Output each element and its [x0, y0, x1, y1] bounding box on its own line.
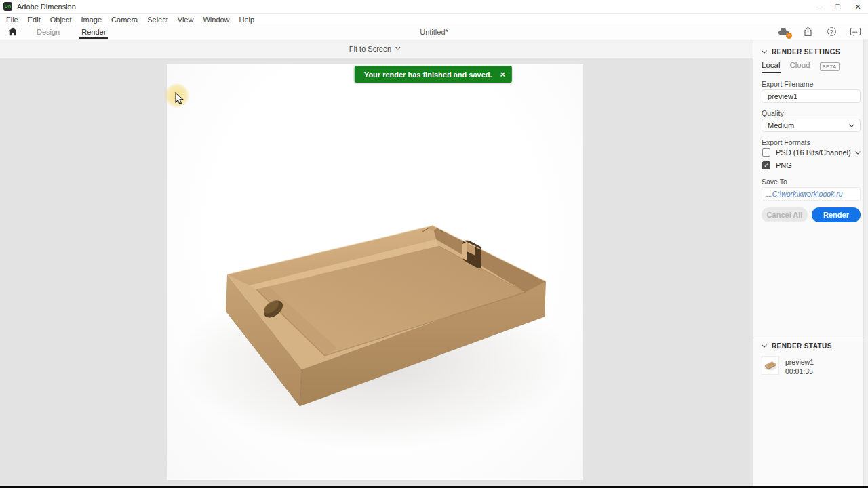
collapse-chevron-icon [762, 50, 767, 54]
tab-render[interactable]: Render [71, 24, 117, 39]
help-icon: ? [827, 27, 836, 36]
render-artboard: Your render has finished and saved. × [167, 64, 583, 480]
home-icon [8, 27, 18, 36]
render-button[interactable]: Render [812, 207, 861, 222]
toast-message: Your render has finished and saved. [364, 70, 492, 79]
header-icons: ! ? ••• [778, 26, 868, 37]
panel-divider [753, 338, 864, 338]
save-to-path[interactable]: ...C:\work\kwork\oook.ru [762, 187, 861, 201]
cardboard-tray-render [167, 64, 583, 480]
render-destination-tabs: Local Cloud BETA [762, 60, 840, 73]
render-item-name: preview1 [785, 358, 814, 366]
render-settings-header[interactable]: RENDER SETTINGS [762, 48, 840, 56]
tab-cloud[interactable]: Cloud [790, 61, 810, 72]
tray-thumbnail-icon [763, 359, 778, 371]
title-bar: Dn Adobe Dimension – ▢ × [0, 0, 868, 14]
export-filename-input[interactable]: preview1 [762, 89, 861, 103]
menu-camera[interactable]: Camera [106, 16, 142, 24]
render-settings-panel: RENDER SETTINGS Local Cloud BETA Export … [753, 39, 868, 486]
format-psd-row[interactable]: PSD (16 Bits/Channel) [762, 148, 861, 157]
canvas-toolbar: Fit to Screen [0, 39, 753, 58]
chevron-down-icon[interactable] [855, 151, 861, 155]
menu-view[interactable]: View [173, 16, 199, 24]
share-button[interactable] [802, 26, 814, 37]
render-complete-toast: Your render has finished and saved. × [355, 66, 512, 83]
share-icon [803, 26, 813, 37]
export-filename-label: Export Filename [762, 80, 813, 88]
chat-icon: ••• [850, 28, 861, 35]
format-png-row[interactable]: ✓ PNG [762, 161, 792, 169]
export-formats-label: Export Formats [762, 138, 810, 146]
help-button[interactable]: ? [825, 26, 837, 37]
quality-dropdown[interactable]: Medium [762, 119, 861, 132]
window-title: Adobe Dimension [17, 3, 76, 11]
menu-object[interactable]: Object [45, 16, 77, 24]
toast-close-icon[interactable]: × [500, 70, 506, 79]
render-status-header[interactable]: RENDER STATUS [762, 342, 832, 350]
chevron-down-icon [395, 47, 401, 50]
home-button[interactable] [0, 27, 26, 36]
action-buttons: Cancel All Render [762, 207, 861, 222]
quality-label: Quality [762, 109, 784, 117]
render-item-duration: 00:01:35 [785, 367, 814, 375]
menu-bar: File Edit Object Image Camera Select Vie… [0, 14, 868, 24]
chevron-down-icon [849, 124, 854, 127]
window-controls: – ▢ × [807, 0, 868, 13]
render-canvas[interactable]: Your render has finished and saved. × [0, 58, 753, 486]
minimize-button[interactable]: – [807, 0, 827, 14]
cancel-all-button[interactable]: Cancel All [762, 207, 808, 222]
content-area: Fit to Screen [0, 39, 868, 486]
panel-scrollbar[interactable] [863, 39, 868, 487]
menu-select[interactable]: Select [142, 16, 173, 24]
document-title: Untitled* [420, 28, 448, 36]
sync-warning-badge: ! [786, 33, 792, 39]
menu-image[interactable]: Image [77, 16, 107, 24]
menu-help[interactable]: Help [235, 16, 260, 24]
viewport-column: Fit to Screen [0, 39, 753, 486]
mode-tab-bar: Design Render Untitled* ! ? ••• [0, 24, 868, 39]
cloud-sync-icon[interactable]: ! [778, 26, 790, 37]
tab-design[interactable]: Design [26, 24, 71, 39]
png-checkbox[interactable]: ✓ [762, 161, 770, 169]
collapse-chevron-icon [762, 344, 767, 348]
zoom-level-label: Fit to Screen [349, 45, 391, 53]
zoom-level-dropdown[interactable]: Fit to Screen [349, 45, 401, 53]
app-logo-icon: Dn [3, 2, 12, 11]
save-to-label: Save To [762, 178, 787, 186]
beta-badge: BETA [820, 62, 840, 71]
tab-local[interactable]: Local [762, 61, 781, 72]
adobe-dimension-window: Dn Adobe Dimension – ▢ × File Edit Objec… [0, 0, 868, 488]
maximize-button[interactable]: ▢ [827, 0, 848, 14]
mouse-cursor-icon [175, 92, 184, 105]
menu-edit[interactable]: Edit [23, 16, 45, 24]
close-button[interactable]: × [848, 0, 868, 14]
menu-window[interactable]: Window [198, 16, 234, 24]
render-thumbnail [762, 356, 779, 375]
render-status-item[interactable]: preview1 00:01:35 [762, 356, 814, 375]
feedback-button[interactable]: ••• [849, 26, 861, 37]
menu-file[interactable]: File [1, 16, 23, 24]
psd-checkbox[interactable] [762, 148, 770, 157]
